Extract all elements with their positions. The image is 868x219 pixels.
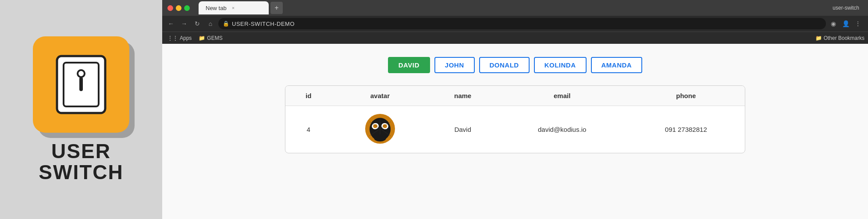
apps-grid-icon: ⋮⋮ bbox=[167, 35, 178, 41]
maximize-traffic-light[interactable] bbox=[184, 5, 190, 11]
left-panel: USER SWITCH bbox=[0, 0, 162, 219]
address-bar[interactable]: 🔒 USER-SWITCH-DEMO bbox=[218, 18, 826, 29]
active-tab[interactable]: New tab × bbox=[199, 1, 269, 14]
lock-icon: 🔒 bbox=[223, 21, 229, 27]
forward-button[interactable]: → bbox=[179, 18, 189, 29]
bookmark-apps-label: Apps bbox=[180, 35, 192, 41]
user-btn-david[interactable]: DAVID bbox=[388, 57, 430, 73]
col-avatar: avatar bbox=[331, 86, 428, 106]
svg-rect-3 bbox=[79, 77, 83, 91]
tab-close-button[interactable]: × bbox=[232, 5, 235, 11]
bookmark-apps[interactable]: ⋮⋮ Apps bbox=[166, 34, 193, 42]
menu-button[interactable]: ⋮ bbox=[853, 19, 863, 28]
col-email: email bbox=[497, 86, 627, 106]
folder-icon: 📁 bbox=[199, 35, 205, 41]
back-button[interactable]: ← bbox=[166, 18, 176, 29]
table-row: 4 bbox=[285, 106, 745, 153]
switch-icon bbox=[46, 49, 116, 120]
spiderman-avatar-icon bbox=[364, 113, 396, 145]
tab-label: New tab bbox=[206, 5, 227, 11]
close-traffic-light[interactable] bbox=[167, 5, 173, 11]
bookmarks-bar: ⋮⋮ Apps 📁 GEMS 📁 Other Bookmarks bbox=[162, 32, 868, 44]
logo-title: USER SWITCH bbox=[39, 141, 123, 183]
folder-icon-other: 📁 bbox=[815, 35, 822, 41]
table-header-row: id avatar name email phone bbox=[285, 86, 745, 106]
user-btn-kolinda[interactable]: KOLINDA bbox=[534, 57, 587, 73]
cell-phone: 091 27382812 bbox=[627, 106, 745, 153]
address-text: USER-SWITCH-DEMO bbox=[232, 21, 822, 27]
other-bookmarks[interactable]: 📁 Other Bookmarks bbox=[815, 35, 864, 41]
user-btn-amanda[interactable]: AMANDA bbox=[591, 57, 643, 73]
col-name: name bbox=[428, 86, 497, 106]
user-btn-donald[interactable]: DONALD bbox=[479, 57, 530, 73]
cell-name: David bbox=[428, 106, 497, 153]
bookmark-gems[interactable]: 📁 GEMS bbox=[197, 34, 224, 42]
data-table-wrap: id avatar name email phone 4 bbox=[285, 85, 745, 153]
data-table: id avatar name email phone 4 bbox=[285, 86, 745, 153]
tab-bar: New tab × + bbox=[199, 1, 829, 14]
user-buttons: DAVID JOHN DONALD KOLINDA AMANDA bbox=[388, 57, 642, 73]
window-title: user-switch bbox=[832, 5, 863, 11]
svg-point-13 bbox=[374, 134, 386, 141]
other-bookmarks-label: Other Bookmarks bbox=[824, 35, 864, 41]
cell-email: david@kodius.io bbox=[497, 106, 627, 153]
extensions-button[interactable]: ◉ bbox=[829, 19, 838, 28]
user-btn-john[interactable]: JOHN bbox=[434, 57, 475, 73]
col-id: id bbox=[285, 86, 331, 106]
bookmark-gems-label: GEMS bbox=[207, 35, 222, 41]
home-button[interactable]: ⌂ bbox=[205, 18, 216, 29]
browser-panel: New tab × + user-switch ← → ↻ ⌂ 🔒 USER-S… bbox=[162, 0, 868, 219]
browser-titlebar: New tab × + user-switch bbox=[162, 0, 868, 16]
minimize-traffic-light[interactable] bbox=[176, 5, 181, 11]
reload-button[interactable]: ↻ bbox=[192, 18, 203, 29]
logo-box bbox=[33, 36, 129, 133]
traffic-lights bbox=[167, 5, 190, 11]
browser-addressbar: ← → ↻ ⌂ 🔒 USER-SWITCH-DEMO ◉ 👤 ⋮ bbox=[162, 16, 868, 32]
browser-actions: ◉ 👤 ⋮ bbox=[829, 19, 864, 28]
cell-id: 4 bbox=[285, 106, 331, 153]
col-phone: phone bbox=[627, 86, 745, 106]
browser-content: DAVID JOHN DONALD KOLINDA AMANDA id avat… bbox=[162, 44, 868, 219]
profile-button[interactable]: 👤 bbox=[841, 19, 850, 28]
new-tab-button[interactable]: + bbox=[270, 2, 283, 14]
cell-avatar bbox=[331, 106, 428, 153]
